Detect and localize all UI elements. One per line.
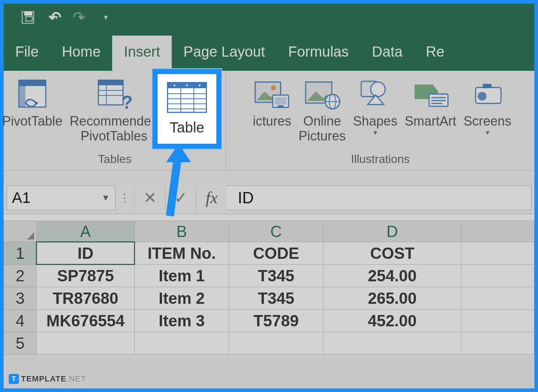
cell-A2[interactable]: SP7875 [37,265,135,287]
svg-point-26 [478,92,486,101]
fx-icon: fx [205,188,217,207]
tab-data[interactable]: Data [360,36,415,71]
redo-button[interactable]: ↷ ▾ [73,8,82,26]
pivottable-button[interactable]: PivotTable [0,75,66,128]
cell-C2[interactable]: T345 [229,265,323,287]
cell-C4[interactable]: T5789 [229,310,323,332]
cell-B1[interactable]: ITEM No. [135,242,229,265]
pivottable-label: PivotTable [2,114,62,128]
formula-input-value: ID [238,189,254,207]
cell-A5[interactable] [37,332,135,355]
ribbon-tabs: File Home Insert Page Layout Formulas Da… [4,31,534,71]
cancel-formula-button[interactable]: ✕ [134,185,165,210]
formula-bar-grip: ⋮ [115,191,134,204]
confirm-formula-button[interactable]: ✓ [165,185,196,210]
cell-C3[interactable]: T345 [229,287,323,310]
tab-page-layout[interactable]: Page Layout [172,36,277,71]
svg-rect-2 [19,80,25,107]
pictures-button[interactable]: ictures [249,75,295,128]
cell-D5[interactable] [323,332,461,355]
svg-point-19 [371,82,385,97]
svg-rect-4 [98,80,123,85]
row-header-1[interactable]: 1 [4,242,37,265]
online-pictures-button[interactable]: Online Pictures [295,75,350,144]
ribbon-group-illustrations: ictures Online Pictures Shapes ▾ [226,71,534,170]
cell-A3[interactable]: TR87680 [37,287,135,310]
pictures-label: ictures [253,114,291,128]
cell-D1[interactable]: COST [323,242,461,265]
ribbon: PivotTable ? Recommended PivotTables Tab… [4,71,534,171]
watermark-brand: TEMPLATE [21,374,66,383]
cell-E4[interactable] [461,310,534,332]
row-header-5[interactable]: 5 [4,332,37,355]
table-button-label: Table [170,119,204,136]
undo-button[interactable]: ↶ ▾ [49,8,58,26]
tab-formulas[interactable]: Formulas [277,36,360,71]
col-header-B[interactable]: B [135,221,229,242]
shapes-button[interactable]: Shapes ▾ [350,75,401,137]
cell-D2[interactable]: 254.00 [323,265,461,287]
cell-D3[interactable]: 265.00 [323,287,461,310]
formula-input[interactable]: ID [227,185,531,210]
smartart-icon [414,77,447,110]
col-header-blank[interactable] [461,221,534,242]
customize-qat-button[interactable]: ▾ [104,13,108,22]
screenshot-label: Screens [464,114,511,128]
check-icon: ✓ [174,188,188,207]
cell-A4[interactable]: MK676554 [37,310,135,332]
cell-D4[interactable]: 452.00 [323,310,461,332]
cell-E5[interactable] [461,332,534,355]
watermark: T TEMPLATE.NET [9,374,86,384]
ribbon-group-illustrations-label: Illustrations [351,150,410,170]
tab-file[interactable]: File [4,36,50,71]
spreadsheet-grid[interactable]: A B C D 1 ID ITEM No. CODE COST 2 [4,214,534,355]
cell-E2[interactable] [461,265,534,287]
svg-rect-13 [278,105,284,107]
watermark-badge: T [9,374,19,384]
cell-E3[interactable] [461,287,534,310]
cell-B3[interactable]: Item 2 [135,287,229,310]
pivottable-icon [16,77,49,110]
row-header-2[interactable]: 2 [4,265,37,287]
svg-text:?: ? [122,92,133,113]
chevron-down-icon[interactable]: ▾ [55,13,58,21]
tab-insert[interactable]: Insert [112,36,172,71]
row-header-4[interactable]: 4 [4,310,37,332]
name-box[interactable]: A1 ▼ [7,185,115,210]
col-header-C[interactable]: C [229,221,323,242]
svg-rect-12 [275,97,286,105]
cell-C5[interactable] [229,332,323,355]
screenshot-dropdown-icon: ▾ [486,128,489,137]
col-header-D[interactable]: D [323,221,461,242]
cell-A1[interactable]: ID [37,242,135,265]
cell-B2[interactable]: Item 1 [135,265,229,287]
table-icon: ▼▼▼ [167,82,207,113]
save-button[interactable] [22,11,34,24]
tab-review[interactable]: Re [414,36,444,71]
online-pictures-icon [306,77,339,110]
cell-C1[interactable]: CODE [229,242,323,265]
watermark-suffix: .NET [66,374,86,383]
pictures-icon [256,77,288,110]
smartart-button[interactable]: SmartArt [401,75,460,128]
cell-B5[interactable] [135,332,229,355]
rec-pivot-label-2: PivotTables [81,128,147,143]
insert-function-button[interactable]: fx [196,185,227,210]
svg-rect-25 [483,84,492,88]
cell-B4[interactable]: Item 3 [135,310,229,332]
chevron-down-icon[interactable]: ▼ [101,193,110,203]
tab-home[interactable]: Home [50,36,112,71]
shapes-label: Shapes [353,114,398,128]
screenshot-button[interactable]: Screens ▾ [460,75,511,137]
row-header-3[interactable]: 3 [4,287,37,310]
col-header-A[interactable]: A [37,221,135,242]
smartart-label: SmartArt [405,114,456,128]
table-button[interactable]: ▼▼▼ Table [152,69,221,149]
recommended-pivottables-button[interactable]: ? Recommended PivotTables [66,75,162,144]
chevron-down-icon[interactable]: ▾ [79,13,82,21]
cancel-icon: ✕ [143,188,157,207]
select-all-corner[interactable] [4,221,37,242]
cell-E1[interactable] [461,242,534,265]
svg-point-10 [271,85,276,90]
online-pictures-label-2: Pictures [299,128,346,143]
